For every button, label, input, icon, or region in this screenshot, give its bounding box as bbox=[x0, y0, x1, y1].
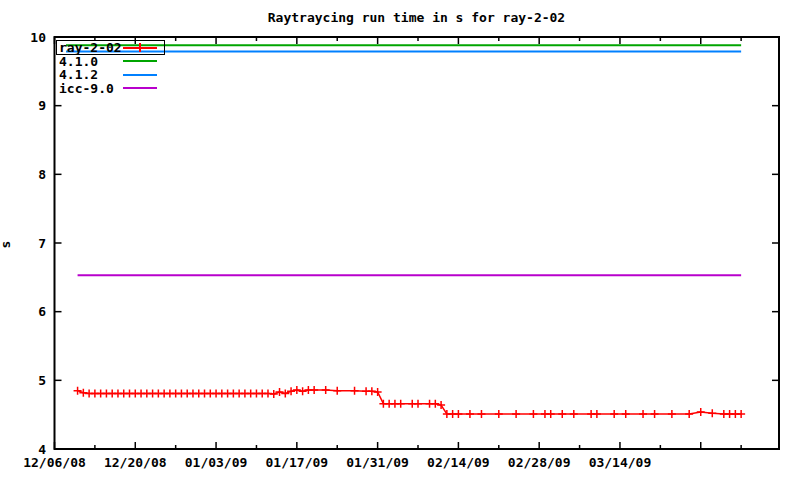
data-point-marker bbox=[333, 387, 341, 395]
legend-sample-icc-9.0 bbox=[123, 87, 157, 89]
legend-sample-4.1.0 bbox=[123, 60, 157, 62]
x-tick-label: 12/20/08 bbox=[104, 455, 167, 470]
data-point-marker bbox=[737, 410, 745, 418]
data-point-marker bbox=[495, 410, 503, 418]
y-tick-label: 5 bbox=[38, 373, 46, 388]
data-point-marker bbox=[512, 410, 520, 418]
data-point-marker bbox=[293, 386, 301, 394]
x-tick-label: 12/06/08 bbox=[23, 455, 86, 470]
y-tick-label: 7 bbox=[38, 236, 46, 251]
x-tick-label: 01/03/09 bbox=[185, 455, 248, 470]
data-point-marker bbox=[477, 410, 485, 418]
data-point-marker bbox=[668, 410, 676, 418]
data-point-marker bbox=[322, 386, 330, 394]
data-point-marker bbox=[374, 388, 382, 396]
x-tick-label: 03/14/09 bbox=[589, 455, 652, 470]
data-point-marker bbox=[310, 386, 318, 394]
chart-root: Raytraycing run time in s for ray-2-02 s… bbox=[0, 0, 800, 480]
data-point-marker bbox=[351, 387, 359, 395]
y-tick-label: 9 bbox=[38, 98, 46, 113]
plot-border bbox=[55, 37, 780, 449]
data-point-marker bbox=[414, 400, 422, 408]
data-point-marker bbox=[558, 410, 566, 418]
data-point-marker bbox=[299, 387, 307, 395]
plot-canvas: 4567891012/06/0812/20/0801/03/0901/17/09… bbox=[0, 0, 800, 480]
y-tick-label: 8 bbox=[38, 167, 46, 182]
data-point-marker bbox=[697, 408, 705, 416]
data-point-marker bbox=[639, 410, 647, 418]
legend-label: icc-9.0 bbox=[59, 81, 114, 96]
data-point-marker bbox=[547, 410, 555, 418]
data-point-marker bbox=[622, 410, 630, 418]
legend-item-ray-2-02: ray-2-02 bbox=[59, 41, 122, 54]
y-tick-label: 6 bbox=[38, 304, 46, 319]
data-point-marker bbox=[397, 400, 405, 408]
legend-item-icc-9.0: icc-9.0 bbox=[59, 82, 114, 95]
x-tick-label: 01/17/09 bbox=[266, 455, 329, 470]
x-tick-label: 02/14/09 bbox=[427, 455, 490, 470]
data-point-marker bbox=[685, 410, 693, 418]
legend-item-4.1.0: 4.1.0 bbox=[59, 55, 98, 68]
legend-sample-4.1.2 bbox=[123, 74, 157, 76]
data-point-marker bbox=[570, 410, 578, 418]
data-point-marker bbox=[593, 410, 601, 418]
x-tick-label: 02/28/09 bbox=[508, 455, 571, 470]
data-point-marker bbox=[529, 410, 537, 418]
data-point-marker bbox=[454, 410, 462, 418]
data-point-marker bbox=[651, 410, 659, 418]
data-point-marker bbox=[431, 400, 439, 408]
data-point-marker bbox=[610, 410, 618, 418]
legend-plus-marker-icon bbox=[136, 43, 145, 52]
legend-item-4.1.2: 4.1.2 bbox=[59, 68, 98, 81]
data-point-marker bbox=[466, 410, 474, 418]
data-point-marker bbox=[708, 409, 716, 417]
x-tick-label: 01/31/09 bbox=[346, 455, 409, 470]
y-tick-label: 10 bbox=[30, 30, 46, 45]
data-point-marker bbox=[437, 401, 445, 409]
